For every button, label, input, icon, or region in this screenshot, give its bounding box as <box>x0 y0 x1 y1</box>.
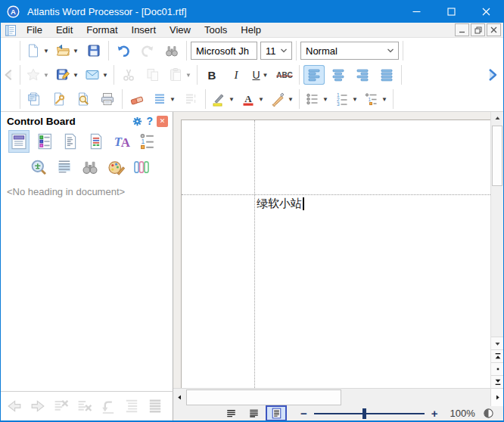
menu-file[interactable]: File <box>20 23 49 37</box>
print-button[interactable] <box>97 89 118 109</box>
close-button[interactable] <box>468 0 503 23</box>
dropdown-caret-icon[interactable]: ▼ <box>43 48 49 54</box>
page-setup-button[interactable] <box>48 89 70 109</box>
theme-panel-button[interactable] <box>105 156 126 178</box>
undo-button[interactable] <box>113 41 134 61</box>
zoom-in-button[interactable]: + <box>431 408 438 419</box>
strikethrough-button[interactable]: ABC <box>274 65 295 85</box>
document-menu-icon[interactable] <box>5 24 17 36</box>
draft-view-button[interactable] <box>222 407 240 420</box>
clipbook-panel-button[interactable] <box>34 130 55 153</box>
demote-heading-button[interactable] <box>98 396 119 417</box>
print-layout-view-button[interactable] <box>267 407 285 420</box>
new-document-button[interactable]: ▼ <box>24 41 51 61</box>
formatting-marks-button[interactable] <box>180 89 201 109</box>
cut-button[interactable] <box>118 65 139 85</box>
fonts-panel-button[interactable]: TA <box>111 130 132 153</box>
previous-heading-button[interactable] <box>4 396 25 417</box>
font-size-select[interactable]: 11 <box>260 42 292 60</box>
dropdown-caret-icon[interactable]: ▼ <box>381 96 387 103</box>
dropdown-caret-icon[interactable]: ▼ <box>185 72 191 79</box>
dropdown-caret-icon[interactable]: ▼ <box>73 48 79 54</box>
settings-gear-icon[interactable] <box>132 116 143 127</box>
align-left-button[interactable] <box>303 65 325 85</box>
format-painter-button[interactable]: ▼ <box>269 89 295 109</box>
vertical-scrollbar[interactable] <box>490 112 503 388</box>
dropdown-caret-icon[interactable]: ▼ <box>73 72 79 79</box>
previous-page-button[interactable] <box>491 349 504 362</box>
dropdown-caret-icon[interactable]: ▼ <box>263 72 269 79</box>
document-view[interactable]: 绿软小站 <box>173 112 490 388</box>
notes-panel-button[interactable] <box>60 130 81 153</box>
delete-heading-button[interactable] <box>51 396 72 417</box>
document-minimize-button[interactable] <box>455 23 469 36</box>
dropdown-caret-icon[interactable]: ▼ <box>352 96 358 103</box>
control-board-close-icon[interactable]: ✕ <box>157 116 168 127</box>
document-restore-button[interactable] <box>471 23 485 36</box>
horizontal-scroll-thumb[interactable] <box>186 389 341 405</box>
fields-panel-button[interactable]: 1 <box>137 130 158 153</box>
vertical-scroll-thumb[interactable] <box>492 126 502 186</box>
justify-button[interactable] <box>376 65 397 85</box>
document-text[interactable]: 绿软小站 <box>257 197 302 211</box>
underline-button[interactable]: U▼ <box>250 65 271 85</box>
numbering-button[interactable]: 123▼ <box>333 89 359 109</box>
document-page[interactable]: 绿软小站 <box>181 119 490 388</box>
dropdown-caret-icon[interactable]: ▼ <box>258 96 264 103</box>
font-color-button[interactable]: A▼ <box>239 89 266 109</box>
next-page-button[interactable] <box>491 375 504 388</box>
dropdown-caret-icon[interactable]: ▼ <box>322 96 328 103</box>
scroll-down-button[interactable] <box>491 337 504 349</box>
color-scheme-icon[interactable] <box>483 408 494 419</box>
delete-subheadings-button[interactable] <box>74 396 95 417</box>
email-button[interactable]: ▼ <box>83 65 110 85</box>
highlight-button[interactable]: ▼ <box>210 89 236 109</box>
bullets-button[interactable]: ▼ <box>303 89 330 109</box>
save-special-button[interactable]: ▼ <box>54 65 80 85</box>
menu-help[interactable]: Help <box>234 23 268 37</box>
styles-panel-button[interactable] <box>86 130 107 153</box>
dropdown-caret-icon[interactable]: ▼ <box>288 96 294 103</box>
open-document-button[interactable]: ▼ <box>54 41 80 61</box>
document-properties-button[interactable] <box>24 89 45 109</box>
align-center-button[interactable] <box>328 65 349 85</box>
zoom-out-button[interactable]: − <box>300 408 307 419</box>
italic-button[interactable]: I <box>226 65 247 85</box>
menu-insert[interactable]: Insert <box>125 23 163 37</box>
dropdown-caret-icon[interactable]: ▼ <box>170 96 176 103</box>
horizontal-scrollbar[interactable] <box>173 388 503 406</box>
clips-panel-button[interactable] <box>131 156 152 178</box>
scroll-up-button[interactable] <box>491 112 504 125</box>
zoom-slider-thumb[interactable] <box>362 408 366 419</box>
toolbar-scroll-left-icon[interactable] <box>1 63 17 87</box>
headings-panel-button[interactable] <box>8 130 30 153</box>
multilevel-list-button[interactable]: 1▼ <box>362 89 389 109</box>
help-icon[interactable]: ? <box>146 115 153 127</box>
bold-button[interactable]: B <box>201 65 222 85</box>
next-heading-button[interactable] <box>27 396 48 417</box>
paragraph-style-select[interactable]: Normal <box>300 42 399 60</box>
menu-edit[interactable]: Edit <box>49 23 79 37</box>
find-button[interactable] <box>161 41 182 61</box>
menu-view[interactable]: View <box>163 23 198 37</box>
select-browse-object-button[interactable] <box>491 362 504 375</box>
scroll-right-button[interactable] <box>490 389 503 406</box>
scroll-left-button[interactable] <box>173 389 186 406</box>
search-panel-button[interactable] <box>79 156 101 178</box>
maximize-button[interactable] <box>434 0 468 23</box>
menu-format[interactable]: Format <box>79 23 124 37</box>
favorites-button[interactable]: ▼ <box>24 65 51 85</box>
paragraph-panel-button[interactable] <box>54 156 75 178</box>
show-all-headings-button[interactable] <box>145 396 166 417</box>
align-right-button[interactable] <box>352 65 373 85</box>
menu-tools[interactable]: Tools <box>198 23 234 37</box>
save-button[interactable] <box>83 41 104 61</box>
print-preview-button[interactable] <box>73 89 94 109</box>
standard-view-button[interactable] <box>244 407 263 420</box>
line-spacing-button[interactable]: ▼ <box>151 89 177 109</box>
document-close-button[interactable] <box>487 23 501 36</box>
dropdown-caret-icon[interactable]: ▼ <box>43 72 49 79</box>
eraser-button[interactable] <box>126 89 148 109</box>
copy-button[interactable] <box>142 65 163 85</box>
zoom-panel-button[interactable] <box>28 156 49 178</box>
